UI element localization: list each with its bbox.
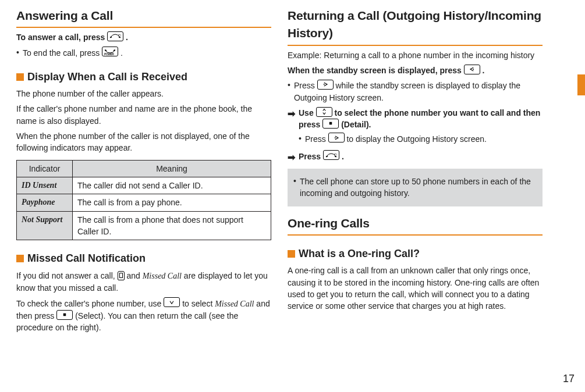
updown-key-icon: [316, 107, 332, 117]
missed-p2: To check the caller's phone number, use …: [16, 298, 271, 334]
standby-instruction: When the standby screen is displayed, pr…: [288, 65, 543, 76]
page-number: 17: [563, 371, 575, 386]
display-p3: When the phone number of the caller is n…: [16, 130, 271, 154]
table-row: Payphone The call is from a pay phone.: [17, 194, 271, 211]
svg-rect-1: [119, 37, 121, 38]
call-key-icon: ﾍﾟｱ: [107, 31, 123, 41]
side-tab: Making and Answering Calls: [569, 74, 585, 204]
missed-p1: If you did not answer a call, and Missed…: [16, 269, 271, 294]
orange-tab-icon: [577, 74, 585, 95]
storage-note: • The cell phone can store up to 50 phon…: [288, 169, 543, 206]
svg-text:ﾍﾟｱ: ﾍﾟｱ: [118, 34, 121, 37]
heading-returning: Returning a Call (Outgoing History/Incom…: [288, 7, 543, 46]
indicator-table: Indicator Meaning ID Unsent The caller d…: [16, 160, 271, 240]
power-key-icon: POWER: [102, 47, 118, 56]
end-call-row: • To end the call, press POWER .: [16, 47, 271, 59]
orange-square-icon: [288, 250, 295, 258]
svg-rect-0: [110, 37, 112, 38]
svg-point-6: [473, 69, 474, 70]
press-call-step: ➡ Press ﾍﾟｱ .: [288, 151, 543, 164]
orange-square-icon: [16, 255, 24, 262]
heading-onering: One-ring Calls: [288, 215, 543, 236]
table-row: Not Support The call is from a phone tha…: [17, 211, 271, 240]
table-header-meaning: Meaning: [73, 160, 271, 177]
heading-answering: Answering a Call: [16, 7, 271, 28]
svg-rect-10: [326, 155, 328, 157]
call-key-icon: ﾍﾟｱ: [323, 150, 339, 160]
table-header-indicator: Indicator: [17, 160, 73, 177]
subhead-missed: Missed Call Notification: [16, 251, 271, 266]
svg-point-7: [323, 84, 324, 85]
table-row: ID Unsent The caller did not send a Call…: [17, 177, 271, 194]
svg-text:ﾍﾟｱ: ﾍﾟｱ: [334, 152, 337, 155]
center-key-icon: [322, 119, 339, 129]
right-key-icon: [317, 80, 334, 90]
phone-device-icon: [118, 271, 125, 280]
example-text: Example: Returning a call to a phone num…: [288, 49, 543, 61]
orange-square-icon: [16, 73, 24, 81]
down-key-icon: [164, 297, 180, 307]
use-step: ➡ Use to select the phone number you wan…: [288, 107, 543, 147]
right-key-icon: [328, 133, 345, 142]
svg-rect-8: [329, 122, 332, 125]
svg-rect-5: [63, 313, 66, 316]
left-key-icon: [464, 65, 480, 74]
display-p2: If the caller's phone number and name ar…: [16, 103, 271, 127]
svg-rect-4: [114, 49, 116, 51]
svg-rect-3: [105, 49, 107, 51]
answer-instruction: To answer a call, press ﾍﾟｱ .: [16, 31, 271, 43]
display-p1: The phone number of the caller appears.: [16, 88, 271, 99]
svg-rect-11: [335, 155, 337, 157]
subhead-what-onering: What is a One-ring Call?: [288, 246, 543, 261]
outgoing-bullet: • Press while the standby screen is disp…: [288, 80, 543, 104]
onering-body: A one-ring call is a call from an unknow…: [288, 265, 543, 312]
center-key-icon: [56, 310, 73, 320]
svg-point-9: [334, 137, 335, 138]
subhead-display-call: Display When a Call is Received: [16, 69, 271, 84]
